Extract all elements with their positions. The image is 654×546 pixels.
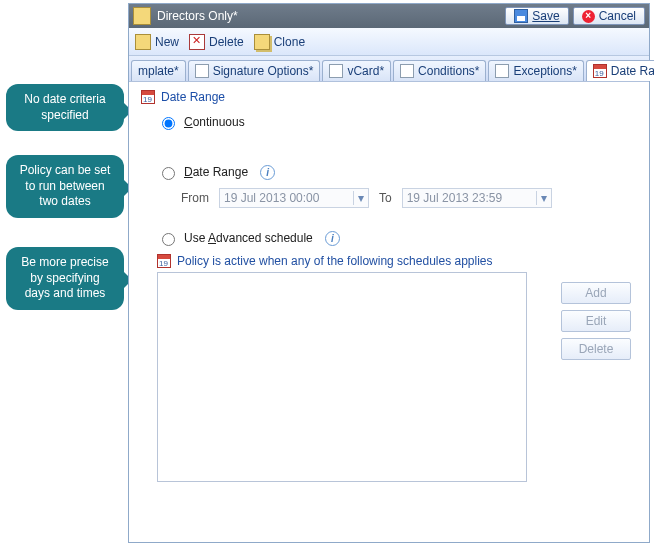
save-label: Save (532, 9, 559, 23)
toolbar-clone[interactable]: Clone (254, 34, 305, 50)
new-icon (135, 34, 151, 50)
callout-advanced: Be more precise by specifying days and t… (6, 247, 124, 310)
schedule-buttons: Add Edit Delete (561, 282, 631, 360)
tab-bar: mplate* Signature Options* vCard* Condit… (129, 56, 649, 82)
edit-button[interactable]: Edit (561, 310, 631, 332)
radio-advanced-schedule[interactable] (162, 233, 175, 246)
cancel-button[interactable]: × Cancel (573, 7, 645, 25)
section-header: Date Range (141, 90, 637, 104)
tab-label: Exceptions* (513, 64, 576, 78)
schedule-description: Policy is active when any of the followi… (157, 254, 637, 268)
toolbar: New Delete Clone (129, 28, 649, 56)
tab-content: Date Range Continuous Date Range i From … (129, 82, 649, 542)
document-icon (133, 7, 151, 25)
vcard-icon (329, 64, 343, 78)
radio-continuous[interactable] (162, 117, 175, 130)
option-continuous[interactable]: Continuous (157, 114, 637, 130)
option-advanced-schedule[interactable]: Use Advanced schedule i (157, 230, 637, 246)
option-date-range-label: Date Range (184, 165, 248, 179)
callout-continuous: No date criteria specified (6, 84, 124, 131)
tab-label: mplate* (138, 64, 179, 78)
calendar-icon (141, 90, 155, 104)
delete-button[interactable]: Delete (561, 338, 631, 360)
toolbar-delete[interactable]: Delete (189, 34, 244, 50)
from-label: From (181, 191, 209, 205)
clock-icon (157, 254, 171, 268)
from-date-input[interactable]: 19 Jul 2013 00:00 ▾ (219, 188, 369, 208)
option-date-range[interactable]: Date Range i (157, 164, 637, 180)
app-window: Directors Only* Save × Cancel New Delete… (128, 3, 650, 543)
toolbar-new[interactable]: New (135, 34, 179, 50)
radio-date-range[interactable] (162, 167, 175, 180)
new-label: New (155, 35, 179, 49)
date-range-row: From 19 Jul 2013 00:00 ▾ To 19 Jul 2013 … (181, 188, 637, 208)
section-title: Date Range (161, 90, 225, 104)
tab-exceptions[interactable]: Exceptions* (488, 60, 583, 81)
schedule-list[interactable] (157, 272, 527, 482)
cancel-icon: × (582, 10, 595, 23)
option-advanced-label: Use Advanced schedule (184, 231, 313, 245)
chevron-down-icon: ▾ (536, 191, 547, 205)
info-icon[interactable]: i (325, 231, 340, 246)
save-button[interactable]: Save (505, 7, 568, 25)
delete-icon (189, 34, 205, 50)
from-date-value: 19 Jul 2013 00:00 (224, 191, 319, 205)
tab-conditions[interactable]: Conditions* (393, 60, 486, 81)
tab-template[interactable]: mplate* (131, 60, 186, 81)
save-icon (514, 9, 528, 23)
calendar-icon (593, 64, 607, 78)
to-date-input[interactable]: 19 Jul 2013 23:59 ▾ (402, 188, 552, 208)
exceptions-icon (495, 64, 509, 78)
tab-label: vCard* (347, 64, 384, 78)
titlebar: Directors Only* Save × Cancel (129, 4, 649, 28)
conditions-icon (400, 64, 414, 78)
tab-label: Conditions* (418, 64, 479, 78)
window-title: Directors Only* (157, 9, 501, 23)
callout-daterange: Policy can be set to run between two dat… (6, 155, 124, 218)
add-button[interactable]: Add (561, 282, 631, 304)
signature-icon (195, 64, 209, 78)
info-icon[interactable]: i (260, 165, 275, 180)
tab-date-range[interactable]: Date Range (586, 60, 654, 81)
to-label: To (379, 191, 392, 205)
clone-label: Clone (274, 35, 305, 49)
tab-label: Date Range (611, 64, 654, 78)
delete-label: Delete (209, 35, 244, 49)
option-continuous-label: Continuous (184, 115, 245, 129)
clone-icon (254, 34, 270, 50)
cancel-label: Cancel (599, 9, 636, 23)
to-date-value: 19 Jul 2013 23:59 (407, 191, 502, 205)
tab-vcard[interactable]: vCard* (322, 60, 391, 81)
schedule-description-text: Policy is active when any of the followi… (177, 254, 493, 268)
tab-label: Signature Options* (213, 64, 314, 78)
chevron-down-icon: ▾ (353, 191, 364, 205)
tab-signature-options[interactable]: Signature Options* (188, 60, 321, 81)
